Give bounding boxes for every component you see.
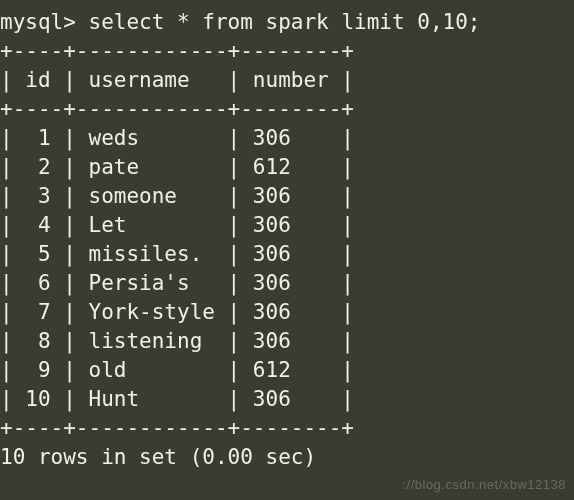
table-row: | 3 | someone | 306 | [0,184,354,208]
table-row: | 10 | Hunt | 306 | [0,387,354,411]
table-row: | 4 | Let | 306 | [0,213,354,237]
sql-query: select * from spark limit 0,10; [89,10,481,34]
table-row: | 5 | missiles. | 306 | [0,242,354,266]
table-row: | 6 | Persia's | 306 | [0,271,354,295]
table-row: | 7 | York-style | 306 | [0,300,354,324]
table-border-top: +----+------------+--------+ [0,39,354,63]
table-row: | 9 | old | 612 | [0,358,354,382]
table-row: | 2 | pate | 612 | [0,155,354,179]
result-summary: 10 rows in set (0.00 sec) [0,445,316,469]
watermark-text: ://blog.csdn.net/xbw12138 [402,476,566,494]
table-row: | 8 | listening | 306 | [0,329,354,353]
table-border-mid: +----+------------+--------+ [0,97,354,121]
table-border-bottom: +----+------------+--------+ [0,416,354,440]
table-row: | 1 | weds | 306 | [0,126,354,150]
table-header: | id | username | number | [0,68,354,92]
mysql-prompt: mysql> [0,10,76,34]
